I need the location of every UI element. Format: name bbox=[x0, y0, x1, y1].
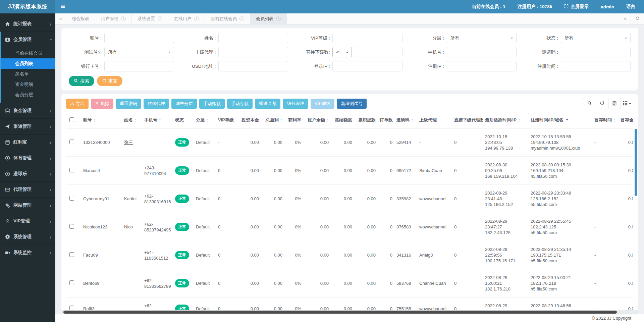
table-refresh-button[interactable] bbox=[596, 98, 608, 109]
filter-input[interactable] bbox=[561, 47, 631, 57]
close-icon bbox=[95, 101, 99, 106]
toolbar-button-6[interactable]: 手动存款 bbox=[227, 99, 253, 109]
tabs-scroll-left-button[interactable]: « bbox=[55, 13, 66, 24]
filter-label: 注册IP : bbox=[411, 63, 447, 69]
filter-input[interactable] bbox=[447, 61, 517, 71]
col-invite[interactable]: 邀请码 bbox=[394, 112, 417, 128]
sidebar-item-1[interactable]: 会员管理‹ bbox=[1, 32, 55, 47]
row-checkbox[interactable] bbox=[69, 196, 74, 201]
filter-input[interactable] bbox=[104, 61, 174, 71]
reset-button[interactable]: 重置 bbox=[97, 76, 122, 86]
tab-close-icon[interactable]: × bbox=[276, 16, 281, 21]
filter-input[interactable] bbox=[447, 47, 517, 57]
toolbar-button-7[interactable]: 赠送金额 bbox=[255, 99, 280, 109]
row-checkbox[interactable] bbox=[69, 140, 74, 144]
col-registered[interactable]: 注册时间/IP/域名 bbox=[529, 112, 592, 128]
filter-select[interactable]: 所有 bbox=[104, 47, 174, 57]
user-menu[interactable]: admin bbox=[601, 4, 614, 9]
sidebar-item-6[interactable]: 进球乐‹ bbox=[1, 166, 55, 181]
tab-4[interactable]: 当前在线会员× bbox=[205, 13, 250, 24]
cell-first_deposit: 0.00 bbox=[619, 269, 633, 298]
table-search-button[interactable] bbox=[583, 98, 596, 109]
toolbar-button-10[interactable]: 新增测试号 bbox=[337, 99, 367, 109]
sidebar-subitem-1-2[interactable]: 黑名单 bbox=[1, 69, 55, 79]
row-checkbox[interactable] bbox=[69, 280, 74, 285]
col-agent: 上级代理 bbox=[417, 112, 452, 128]
sidebar-item-8[interactable]: 网站管理‹ bbox=[1, 198, 55, 213]
tabs-scroll-right-button[interactable]: » bbox=[620, 13, 631, 24]
sidebar-subitem-1-0[interactable]: 当前在线会员 bbox=[1, 48, 55, 58]
vertical-scrollbar-thumb[interactable] bbox=[635, 129, 637, 196]
tab-close-icon[interactable]: × bbox=[194, 16, 199, 21]
filter-input[interactable] bbox=[561, 61, 631, 71]
filter-input[interactable] bbox=[218, 47, 288, 57]
toolbar-button-1[interactable]: 删除 bbox=[91, 99, 113, 109]
cell-balance: 0.00 bbox=[303, 128, 331, 157]
filter-select[interactable]: 所有 bbox=[561, 33, 631, 43]
tabs-refresh-button[interactable] bbox=[631, 13, 644, 24]
sidebar-item-11[interactable]: 系统监控‹ bbox=[1, 245, 55, 260]
sidebar-subitem-1-3[interactable]: 资金明细 bbox=[1, 79, 55, 90]
cell-vip: - bbox=[216, 128, 237, 157]
cell-line: 2022-08-29 bbox=[485, 303, 527, 309]
sidebar-toggle-button[interactable] bbox=[55, 0, 71, 13]
toolbar-button-4[interactable]: 调整分层 bbox=[171, 99, 197, 109]
row-checkbox[interactable] bbox=[69, 252, 74, 257]
sidebar-item-0[interactable]: 统计报表‹ bbox=[1, 16, 55, 32]
col-tier[interactable]: 分层 bbox=[194, 112, 216, 128]
search-button[interactable]: 搜索 bbox=[69, 76, 94, 86]
horizontal-scrollbar[interactable] bbox=[61, 310, 638, 314]
col-first_deposit_time[interactable]: 首存时间 bbox=[592, 112, 619, 128]
tab-close-icon[interactable]: × bbox=[121, 16, 126, 21]
sidebar-item-10[interactable]: 系统管理‹ bbox=[1, 229, 55, 245]
tab-close-icon[interactable]: × bbox=[239, 16, 244, 21]
filter-input[interactable] bbox=[332, 33, 402, 43]
toolbar-button-9[interactable]: VIP调级 bbox=[311, 99, 334, 109]
filter-input[interactable] bbox=[332, 61, 402, 71]
sidebar-item-2[interactable]: 资金管理‹ bbox=[1, 103, 55, 118]
tab-5[interactable]: 会员列表× bbox=[250, 13, 287, 24]
toolbar-button-0[interactable]: 导出 bbox=[66, 99, 89, 109]
sidebar-subitem-1-1[interactable]: 会员列表 bbox=[1, 58, 55, 69]
member-name-link[interactable]: 张三 bbox=[124, 140, 133, 145]
tab-3[interactable]: 在线用户× bbox=[168, 13, 205, 24]
app-logo[interactable]: JJ演示版本系统 bbox=[0, 0, 55, 13]
table-columns-button[interactable] bbox=[621, 98, 633, 109]
fullscreen-button[interactable]: 全屏显示 bbox=[564, 4, 589, 10]
filter-input[interactable] bbox=[218, 33, 288, 43]
col-name[interactable]: 姓名 bbox=[122, 112, 142, 128]
col-phone[interactable]: 手机号 bbox=[142, 112, 173, 128]
sidebar-item-5[interactable]: 体育管理‹ bbox=[1, 150, 55, 166]
cell-name bbox=[122, 157, 142, 185]
toolbar-button-5[interactable]: 手动扣款 bbox=[199, 99, 225, 109]
sidebar-subitem-1-4[interactable]: 会员分层 bbox=[1, 90, 55, 100]
tab-close-icon[interactable]: × bbox=[158, 16, 162, 21]
col-last_active[interactable]: 最后活跃时间/IP bbox=[483, 112, 529, 128]
sidebar-item-7[interactable]: 代理管理‹ bbox=[1, 182, 55, 197]
sidebar-item-9[interactable]: VIP管理‹ bbox=[1, 213, 55, 229]
compare-operator-select[interactable]: <= bbox=[332, 47, 352, 57]
filter-input[interactable] bbox=[354, 47, 402, 57]
sidebar-item-4[interactable]: 红利宝‹ bbox=[1, 135, 55, 150]
filter-input[interactable] bbox=[218, 61, 288, 71]
col-account[interactable]: 账号 bbox=[81, 112, 122, 128]
tab-1[interactable]: 用户管理× bbox=[95, 13, 132, 24]
filter-buttons-row: 搜索 重置 bbox=[69, 76, 631, 86]
horizontal-scrollbar-thumb[interactable] bbox=[63, 311, 617, 314]
toolbar-button-3[interactable]: 转移代理 bbox=[144, 99, 169, 109]
table-detail-view-button[interactable] bbox=[608, 98, 621, 109]
row-checkbox[interactable] bbox=[69, 306, 74, 310]
row-checkbox[interactable] bbox=[69, 224, 74, 229]
tab-0[interactable]: 综合报表 bbox=[66, 13, 95, 24]
col-balance[interactable]: 账户余额 bbox=[303, 112, 331, 128]
toolbar-button-8[interactable]: 钱包管理 bbox=[283, 99, 308, 109]
tab-2[interactable]: 系统设置× bbox=[132, 13, 168, 24]
row-checkbox[interactable] bbox=[69, 168, 74, 172]
col-profit[interactable]: 总盈利 bbox=[261, 112, 284, 128]
select-all-checkbox[interactable] bbox=[69, 117, 74, 122]
toolbar-button-2[interactable]: 重置密码 bbox=[116, 99, 141, 109]
filter-select[interactable]: 所有 bbox=[447, 33, 517, 43]
language-menu[interactable]: 语言 bbox=[626, 4, 635, 10]
sidebar-item-3[interactable]: 渠道管理‹ bbox=[1, 119, 55, 134]
filter-input[interactable] bbox=[104, 33, 174, 43]
